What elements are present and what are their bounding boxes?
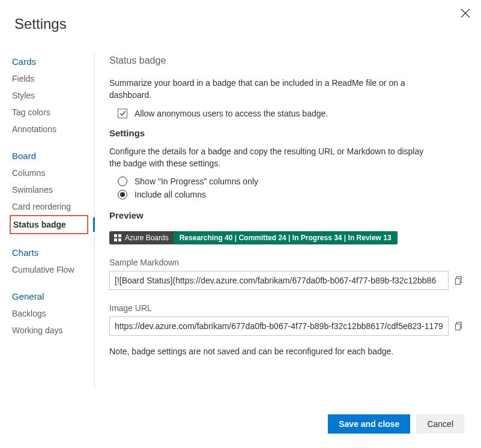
badge-product-segment: Azure Boards	[109, 231, 174, 244]
sidebar-group-cards: Cards Fields Styles Tag colors Annotatio…	[10, 53, 94, 138]
close-icon	[461, 8, 470, 18]
sidebar-header-charts[interactable]: Charts	[10, 244, 94, 261]
sidebar-item-cumulative-flow[interactable]: Cumulative Flow	[10, 261, 94, 278]
allow-anonymous-checkbox[interactable]: Allow anonymous users to access the stat…	[118, 109, 464, 118]
radio-icon	[118, 177, 127, 186]
settings-dialog: Settings Cards Fields Styles Tag colors …	[0, 0, 481, 448]
sidebar-item-status-badge[interactable]: Status badge	[10, 215, 94, 234]
radio-icon	[118, 190, 127, 199]
radio-label: Show "In Progress" columns only	[135, 177, 258, 186]
save-and-close-button[interactable]: Save and close	[328, 414, 410, 434]
copy-icon	[455, 321, 464, 331]
close-button[interactable]	[461, 8, 470, 18]
dialog-body: Cards Fields Styles Tag colors Annotatio…	[0, 53, 481, 389]
sidebar-item-tag-colors[interactable]: Tag colors	[10, 104, 94, 121]
content-description: Summarize your board in a badge that can…	[109, 77, 428, 101]
radio-include-all-columns[interactable]: Include all columns	[118, 190, 464, 199]
copy-markdown-button[interactable]	[455, 276, 464, 285]
sidebar-item-fields[interactable]: Fields	[10, 70, 94, 87]
markdown-label: Sample Markdown	[109, 258, 464, 267]
svg-rect-2	[114, 234, 117, 237]
markdown-input[interactable]	[109, 271, 449, 290]
settings-subheader: Settings	[109, 128, 464, 138]
content-pane: Status badge Summarize your board in a b…	[95, 53, 481, 389]
sidebar-header-cards[interactable]: Cards	[10, 53, 94, 70]
radio-label: Include all columns	[135, 190, 206, 199]
svg-rect-5	[118, 238, 121, 241]
settings-note: Note, badge settings are not saved and c…	[109, 347, 464, 356]
preview-subheader: Preview	[109, 210, 464, 220]
content-title: Status badge	[109, 55, 464, 66]
svg-rect-9	[456, 324, 461, 330]
copy-imageurl-button[interactable]	[455, 321, 464, 331]
imageurl-field-row	[109, 316, 464, 336]
sidebar-group-general: General Backlogs Working days	[10, 288, 94, 339]
sidebar-header-general[interactable]: General	[10, 288, 94, 305]
imageurl-label: Image URL	[109, 303, 464, 313]
sidebar-item-working-days[interactable]: Working days	[10, 322, 94, 339]
sidebar: Cards Fields Styles Tag colors Annotatio…	[0, 53, 95, 389]
dialog-title: Settings	[0, 0, 481, 32]
sidebar-item-styles[interactable]: Styles	[10, 87, 94, 104]
sidebar-item-columns[interactable]: Columns	[10, 165, 94, 181]
sidebar-item-label: Status badge	[10, 215, 88, 234]
sidebar-item-backlogs[interactable]: Backlogs	[10, 305, 94, 322]
svg-rect-4	[114, 238, 117, 241]
cancel-button[interactable]: Cancel	[416, 414, 464, 434]
badge-product-label: Azure Boards	[125, 234, 169, 242]
dialog-footer: Save and close Cancel	[328, 414, 464, 434]
allow-anonymous-label: Allow anonymous users to access the stat…	[135, 109, 328, 118]
settings-description: Configure the details for a badge and co…	[109, 145, 428, 170]
sidebar-header-board[interactable]: Board	[10, 147, 94, 165]
sidebar-item-swimlanes[interactable]: Swimlanes	[10, 181, 94, 198]
imageurl-input[interactable]	[109, 316, 449, 336]
sidebar-group-charts: Charts Cumulative Flow	[10, 244, 94, 278]
azure-boards-icon	[114, 234, 121, 241]
checkmark-icon	[119, 110, 126, 117]
copy-icon	[455, 276, 464, 285]
svg-rect-3	[118, 234, 121, 237]
status-badge-preview: Azure Boards Researching 40 | Committed …	[109, 231, 398, 244]
badge-stats-segment: Researching 40 | Committed 24 | In Progr…	[174, 231, 398, 244]
sidebar-group-board: Board Columns Swimlanes Card reordering …	[10, 147, 94, 234]
markdown-field-row	[109, 271, 464, 290]
sidebar-item-card-reordering[interactable]: Card reordering	[10, 198, 94, 215]
checkbox-icon	[118, 109, 127, 118]
radio-in-progress-only[interactable]: Show "In Progress" columns only	[118, 177, 464, 186]
sidebar-item-annotations[interactable]: Annotations	[10, 121, 94, 138]
svg-rect-7	[456, 279, 461, 285]
